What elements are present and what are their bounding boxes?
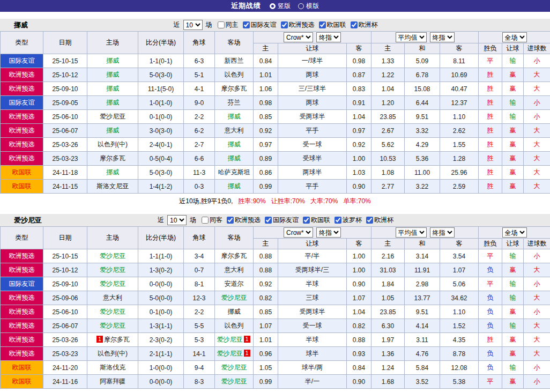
home-team-name: 斯洛伐克	[100, 364, 125, 371]
score-cell: 1-0(1-0)	[138, 96, 184, 110]
competition-filter-1-checkbox-wrap[interactable]: 国际友谊	[262, 216, 299, 225]
home-odds-value: 1.05	[254, 361, 278, 375]
outcome-result: 胜	[479, 124, 502, 138]
away-team-cell: 以色列	[215, 319, 254, 333]
match-date: 25-06-10	[43, 110, 87, 124]
competition-filter-0-checkbox[interactable]	[227, 217, 234, 224]
competition-filter-0-checkbox-label: 欧洲预选	[235, 216, 261, 225]
home-odds-value: 0.96	[254, 347, 278, 361]
away-team-cell: 爱沙尼亚	[215, 375, 254, 389]
away-team-name: 新西兰	[225, 57, 244, 64]
competition-filter-3-checkbox[interactable]	[351, 21, 358, 28]
recent-count-select[interactable]: 10	[167, 215, 187, 225]
view-option-1[interactable]: 横版	[298, 2, 319, 11]
avg-draw-value: 6.44	[405, 96, 440, 110]
competition-filter-3-checkbox-wrap[interactable]: 欧洲杯	[347, 20, 378, 29]
home-team-name: 挪威	[106, 127, 119, 134]
goals-result: 小	[524, 54, 550, 68]
avg-period-select[interactable]: 终指	[430, 227, 455, 238]
avg-away-value: 12.08	[440, 361, 479, 375]
away-team-cell: 以色列	[215, 68, 254, 82]
odds-company-select[interactable]: Crow*	[284, 227, 313, 238]
match-type-cell: 欧洲预选	[1, 333, 43, 347]
venue-filter-checkbox[interactable]	[218, 21, 225, 28]
corner-cell: 2-7	[184, 138, 215, 152]
header-row-1: 类型日期主场比分(半场)角球客场Crow*终指平均值终指全场	[1, 227, 550, 239]
team-section-0: 挪威近10场同主国际友谊欧洲预选欧国联欧洲杯类型日期主场比分(半场)角球客场Cr…	[0, 19, 550, 211]
competition-filter-0-checkbox-wrap[interactable]: 国际友谊	[240, 20, 277, 29]
competition-filter-3-checkbox[interactable]	[335, 217, 341, 224]
match-row: 欧国联24-11-18挪威5-0(3-0)11-3哈萨克斯坦0.86两球半1.0…	[1, 166, 550, 180]
view-option-0[interactable]: 竖版	[270, 2, 291, 11]
goals-result: 大	[524, 180, 550, 194]
summary-line: 近10场,胜1平3负6,胜率:10%让胜率:60%大率:50%单率:50%	[0, 389, 550, 392]
avg-home-value: 1.04	[371, 82, 405, 96]
venue-filter-checkbox[interactable]	[202, 217, 209, 224]
competition-filter-4-checkbox-wrap[interactable]: 欧洲杯	[363, 216, 393, 225]
avg-label-select[interactable]: 平均值	[396, 227, 427, 238]
outcome-result: 胜	[479, 152, 502, 166]
avg-group-header: 平均值终指	[371, 32, 479, 43]
score-cell: 5-0(3-0)	[138, 68, 184, 82]
avg-away-value: 4.35	[440, 333, 479, 347]
avg-away-value: 1.07	[440, 263, 479, 277]
odds-period-select[interactable]: 终指	[316, 227, 341, 238]
competition-filter-0-checkbox-wrap[interactable]: 欧洲预选	[224, 216, 261, 225]
match-date: 24-11-20	[43, 361, 87, 375]
corner-cell: 2-2	[184, 110, 215, 124]
competition-filter-1-checkbox-wrap[interactable]: 欧洲预选	[278, 20, 315, 29]
fulltime-scope-select[interactable]: 全场	[502, 32, 527, 42]
fulltime-group-header: 全场	[479, 227, 550, 239]
fulltime-scope-select[interactable]: 全场	[502, 227, 527, 238]
away-odds-value: 0.90	[347, 180, 371, 194]
handicap-value: 受球半	[278, 152, 347, 166]
recent-count-select[interactable]: 10	[183, 20, 203, 30]
outcome-result: 胜	[479, 82, 502, 96]
competition-filter-2-checkbox-label: 欧国联	[327, 20, 346, 29]
competition-filter-2-checkbox-wrap[interactable]: 欧国联	[316, 20, 346, 29]
competition-filter-1-checkbox[interactable]	[265, 217, 272, 224]
home-odds-value: 0.88	[254, 249, 278, 263]
avg-away-value: 40.47	[440, 82, 479, 96]
avg-draw-value: 15.08	[405, 82, 440, 96]
goals-result: 小	[524, 277, 550, 291]
match-row: 欧洲预选25-10-15爱沙尼亚1-1(1-0)3-4摩尔多瓦0.88平/半1.…	[1, 249, 550, 263]
match-date: 25-10-15	[43, 54, 87, 68]
handicap-header: 让球	[278, 43, 347, 54]
competition-filter-3-checkbox-wrap[interactable]: 波罗杯	[331, 216, 362, 225]
competition-filter-2-checkbox-wrap[interactable]: 欧国联	[300, 216, 330, 225]
competition-filter-2-checkbox[interactable]	[319, 21, 326, 28]
match-row: 国际友谊25-10-15挪威1-1(0-1)6-3新西兰0.84一/球半0.98…	[1, 54, 550, 68]
handicap-result: 赢	[502, 333, 524, 347]
avg-period-select[interactable]: 终指	[430, 32, 455, 42]
avg-away-value: 34.62	[440, 291, 479, 305]
outcome-result: 负	[479, 319, 502, 333]
home-odds-value: 0.99	[254, 180, 278, 194]
match-type-cell: 欧洲预选	[1, 110, 43, 124]
summary-stat-3: 单率:70%	[343, 197, 370, 205]
filter-controls: 近10场同客欧洲预选国际友谊欧国联波罗杯欧洲杯	[157, 215, 393, 225]
match-date: 25-03-26	[43, 333, 87, 347]
venue-filter-checkbox-wrap[interactable]: 同客	[198, 216, 222, 225]
score-col-header: 比分(半场)	[138, 227, 184, 249]
competition-filter-1-checkbox[interactable]	[281, 21, 288, 28]
competition-filter-4-checkbox[interactable]	[366, 217, 373, 224]
odds-period-select[interactable]: 终指	[316, 32, 341, 42]
competition-filter-2-checkbox[interactable]	[303, 217, 310, 224]
avg-draw-value: 3.14	[405, 249, 440, 263]
avg-label-select[interactable]: 平均值	[396, 32, 427, 42]
home-team-cell: 挪威	[87, 68, 138, 82]
venue-filter-checkbox-wrap[interactable]: 同主	[214, 20, 239, 29]
score-cell: 1-4(1-2)	[138, 180, 184, 194]
handicap-value: 平手	[278, 180, 347, 194]
match-row: 欧洲预选25-09-10挪威11-1(5-0)4-1摩尔多瓦1.06三/三球半0…	[1, 82, 550, 96]
away-team-name: 芬兰	[228, 99, 241, 106]
odds-company-select[interactable]: Crow*	[284, 32, 313, 42]
away-odds-value: 0.98	[347, 54, 371, 68]
avg-home-value: 1.68	[371, 375, 405, 389]
avg-away-value: 2.62	[440, 124, 479, 138]
competition-filter-0-checkbox[interactable]	[243, 21, 250, 28]
corner-cell: 0-7	[184, 263, 215, 277]
handicap-value: 受两球半	[278, 110, 347, 124]
avg-draw-value: 4.14	[405, 319, 440, 333]
